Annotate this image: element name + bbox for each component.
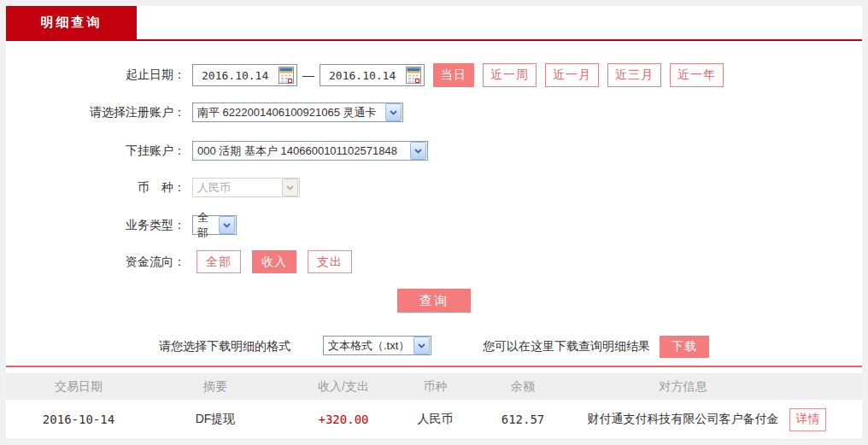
cell-counterparty: 财付通支付科技有限公司客户备付金 (583, 412, 783, 427)
register-account-label: 请选择注册账户： (6, 105, 185, 120)
chevron-down-icon (413, 337, 430, 354)
download-button[interactable]: 下载 (660, 336, 709, 358)
download-format-value: 文本格式（.txt） (328, 338, 409, 354)
quick-range-year-button[interactable]: 近一年 (670, 63, 724, 87)
register-account-value: 南平 6222001406100921065 灵通卡 (197, 105, 377, 120)
start-date-value: 2016.10.14 (202, 69, 268, 82)
sub-account-select[interactable]: 000 活期 基本户 1406600101102571848 (192, 141, 428, 161)
calendar-icon[interactable] (279, 67, 294, 84)
cell-currency: 人民币 (408, 412, 463, 427)
table-header: 交易日期 摘要 收入/支出 币种 余额 对方信息 (6, 373, 862, 400)
header-currency: 币种 (408, 379, 463, 395)
content-panel: 明细查询 起止日期： 2016.10.14 — 2016.10.14 (6, 6, 862, 439)
chevron-down-icon (410, 142, 426, 160)
currency-value: 人民币 (197, 180, 231, 196)
quick-range-week-button[interactable]: 近一周 (483, 63, 537, 87)
currency-select: 人民币 (192, 178, 300, 197)
fund-flow-income-button[interactable]: 收入 (252, 250, 296, 273)
business-type-row: 业务类型： 全部 (6, 214, 862, 236)
end-date-input[interactable]: 2016.10.14 (320, 64, 425, 86)
business-type-label: 业务类型： (6, 218, 185, 233)
calendar-icon[interactable] (406, 67, 421, 84)
date-separator: — (302, 68, 314, 82)
download-format-select[interactable]: 文本格式（.txt） (323, 336, 431, 355)
cell-date: 2016-10-14 (6, 413, 151, 426)
end-date-value: 2016.10.14 (329, 69, 396, 82)
table-separator-line (6, 366, 862, 367)
cell-amount: +320.00 (279, 413, 408, 426)
sub-account-label: 下挂账户： (6, 143, 185, 159)
chevron-down-icon (219, 216, 235, 234)
download-format-label: 请您选择下载明细的格式 (159, 339, 290, 354)
register-account-row: 请选择注册账户： 南平 6222001406100921065 灵通卡 (6, 102, 862, 123)
chevron-down-icon (282, 179, 298, 196)
start-date-input[interactable]: 2016.10.14 (192, 64, 297, 86)
quick-range-today-button[interactable]: 当日 (433, 63, 474, 87)
tab-underline (6, 39, 862, 41)
header-counterparty: 对方信息 (583, 379, 783, 395)
fund-flow-label: 资金流向： (6, 255, 185, 270)
tab-detail-query[interactable]: 明细查询 (6, 6, 137, 39)
date-range-label: 起止日期： (6, 67, 185, 83)
fund-flow-all-button[interactable]: 全部 (196, 250, 241, 273)
fund-flow-expense-button[interactable]: 支出 (308, 250, 352, 273)
header-balance: 余额 (463, 379, 583, 395)
tab-label: 明细查询 (41, 15, 103, 31)
table-row: 2016-10-14 DF提现 +320.00 人民币 612.57 财付通支付… (6, 400, 862, 440)
header-summary: 摘要 (151, 379, 279, 395)
fund-flow-row: 资金流向： 全部 收入 支出 (6, 250, 862, 273)
business-type-value: 全部 (197, 210, 218, 241)
register-account-select[interactable]: 南平 6222001406100921065 灵通卡 (192, 102, 403, 122)
detail-button[interactable]: 详情 (789, 408, 826, 431)
download-row: 请您选择下载明细的格式 文本格式（.txt） 您可以在这里下载查询明细结果 下载 (6, 336, 862, 358)
chevron-down-icon (385, 103, 402, 121)
business-type-select[interactable]: 全部 (192, 215, 237, 235)
sub-account-row: 下挂账户： 000 活期 基本户 1406600101102571848 (6, 140, 862, 161)
header-date: 交易日期 (6, 379, 151, 395)
download-hint: 您可以在这里下载查询明细结果 (483, 339, 650, 354)
header-amount: 收入/支出 (279, 379, 408, 395)
cell-summary: DF提现 (151, 412, 279, 427)
sub-account-value: 000 活期 基本户 1406600101102571848 (197, 143, 397, 159)
quick-range-month-button[interactable]: 近一月 (545, 63, 599, 87)
date-range-row: 起止日期： 2016.10.14 — 2016.10.14 (6, 63, 862, 87)
currency-row: 币 种： 人民币 (6, 177, 862, 198)
quick-range-3months-button[interactable]: 近三月 (607, 63, 661, 87)
currency-label: 币 种： (6, 180, 185, 196)
query-button[interactable]: 查询 (397, 289, 471, 313)
cell-balance: 612.57 (463, 413, 583, 426)
